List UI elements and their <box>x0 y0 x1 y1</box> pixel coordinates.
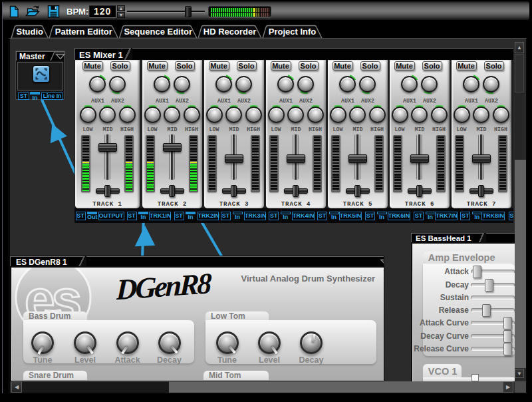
svg-text:DGenR8: DGenR8 <box>116 270 212 306</box>
